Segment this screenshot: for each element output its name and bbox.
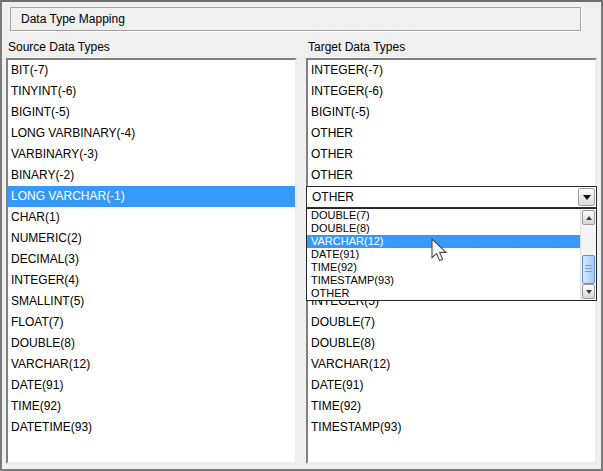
combobox-option-list[interactable]: DOUBLE(7)DOUBLE(8)VARCHAR(12)DATE(91)TIM… [307, 209, 580, 300]
target-list-label: Target Data Types [308, 40, 405, 54]
source-list-item[interactable]: FLOAT(7) [8, 312, 295, 333]
source-list-item[interactable]: BINARY(-2) [8, 165, 295, 186]
source-data-types-list[interactable]: BIT(-7)TINYINT(-6)BIGINT(-5)LONG VARBINA… [6, 58, 297, 464]
target-list-item[interactable]: DATE(91) [308, 375, 595, 396]
title-frame: Data Type Mapping [10, 7, 581, 31]
target-list-item[interactable]: VARCHAR(12) [308, 354, 595, 375]
popup-scrollbar[interactable] [580, 209, 596, 300]
data-type-mapping-window: { "window": { "title": "Data Type Mappin… [0, 0, 603, 471]
target-type-combobox[interactable]: OTHER [306, 186, 597, 208]
scrollbar-grip-icon [585, 265, 592, 274]
combobox-option[interactable]: VARCHAR(12) [307, 235, 580, 248]
window-title: Data Type Mapping [21, 8, 125, 30]
source-list-item[interactable]: DATE(91) [8, 375, 295, 396]
target-list-item[interactable]: BIGINT(-5) [308, 102, 595, 123]
source-list-item[interactable]: NUMERIC(2) [8, 228, 295, 249]
source-list-item[interactable]: BIT(-7) [8, 60, 295, 81]
source-list-item[interactable]: CHAR(1) [8, 207, 295, 228]
source-list-item[interactable]: VARBINARY(-3) [8, 144, 295, 165]
target-list-item[interactable]: TIMESTAMP(93) [308, 417, 595, 438]
combobox-dropdown-button[interactable] [578, 188, 595, 206]
source-list-label: Source Data Types [8, 40, 110, 54]
source-list-item[interactable]: LONG VARCHAR(-1) [8, 186, 295, 207]
target-list-item[interactable]: INTEGER(-6) [308, 81, 595, 102]
source-list-item[interactable]: VARCHAR(12) [8, 354, 295, 375]
target-list-item[interactable]: OTHER [308, 165, 595, 186]
combobox-value: OTHER [307, 187, 576, 207]
source-list-item[interactable]: DECIMAL(3) [8, 249, 295, 270]
combobox-option[interactable]: TIMESTAMP(93) [307, 274, 580, 287]
scroll-up-button[interactable] [582, 210, 595, 225]
combobox-option[interactable]: OTHER [307, 287, 580, 300]
scroll-down-icon [586, 290, 592, 294]
source-list-item[interactable]: SMALLINT(5) [8, 291, 295, 312]
scroll-down-button[interactable] [582, 284, 595, 299]
source-list-item[interactable]: INTEGER(4) [8, 270, 295, 291]
dropdown-arrow-icon [583, 195, 591, 200]
source-list-item[interactable]: TINYINT(-6) [8, 81, 295, 102]
source-list-item[interactable]: BIGINT(-5) [8, 102, 295, 123]
scrollbar-thumb[interactable] [582, 255, 595, 284]
scroll-up-icon [586, 216, 592, 220]
source-list-item[interactable]: DOUBLE(8) [8, 333, 295, 354]
combobox-option[interactable]: DOUBLE(7) [307, 209, 580, 222]
target-list-item[interactable]: DOUBLE(7) [308, 312, 595, 333]
target-list-item[interactable]: DOUBLE(8) [308, 333, 595, 354]
combobox-option[interactable]: TIME(92) [307, 261, 580, 274]
target-list-item[interactable]: OTHER [308, 144, 595, 165]
source-list-item[interactable]: LONG VARBINARY(-4) [8, 123, 295, 144]
combobox-popup: DOUBLE(7)DOUBLE(8)VARCHAR(12)DATE(91)TIM… [306, 208, 597, 301]
source-list-item[interactable]: DATETIME(93) [8, 417, 295, 438]
target-list-item[interactable]: OTHER [308, 123, 595, 144]
target-list-item[interactable]: INTEGER(-7) [308, 60, 595, 81]
target-list-item[interactable]: TIME(92) [308, 396, 595, 417]
combobox-option[interactable]: DATE(91) [307, 248, 580, 261]
combobox-option[interactable]: DOUBLE(8) [307, 222, 580, 235]
source-list-item[interactable]: TIME(92) [8, 396, 295, 417]
